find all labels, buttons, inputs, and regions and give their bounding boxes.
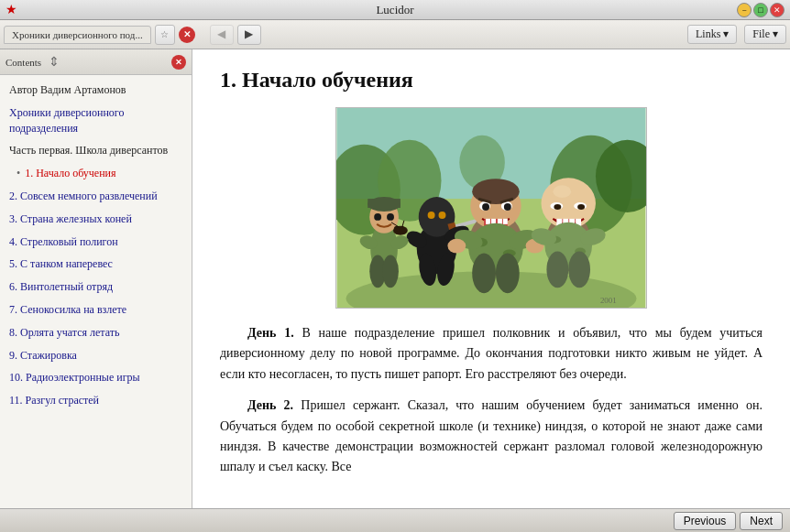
minimize-button[interactable]: − xyxy=(737,3,752,17)
toc-item-author: Автор Вадим Артамонов xyxy=(0,79,192,102)
toc-item-part1: Часть первая. Школа диверсантов xyxy=(0,139,192,162)
svg-point-48 xyxy=(577,204,585,210)
file-label: File xyxy=(752,27,770,41)
file-menu-button[interactable]: File ▾ xyxy=(744,25,786,44)
links-menu-button[interactable]: Links ▾ xyxy=(687,25,737,44)
sidebar: Contents ⇕ ✕ Автор Вадим АртамоновХроник… xyxy=(0,49,192,508)
day1-text: В наше подразделение пришел полковник и … xyxy=(220,326,763,381)
svg-point-64 xyxy=(374,213,381,221)
illustration-svg: 2001 xyxy=(335,107,647,309)
remove-bookmark-button[interactable]: ✕ xyxy=(179,27,195,43)
next-label: Next xyxy=(750,515,773,527)
svg-point-59 xyxy=(568,252,590,288)
svg-point-38 xyxy=(447,239,466,254)
toc-item-ch1[interactable]: • 1. Начало обучения xyxy=(0,162,192,185)
svg-rect-31 xyxy=(498,219,502,224)
svg-point-73 xyxy=(382,255,399,288)
window-title-text: Lucidor xyxy=(376,3,413,16)
back-button[interactable]: ◀ xyxy=(210,25,234,45)
main-layout: Contents ⇕ ✕ Автор Вадим АртамоновХроник… xyxy=(0,49,790,508)
svg-point-65 xyxy=(387,213,394,221)
svg-rect-63 xyxy=(368,199,400,208)
forward-icon: ▶ xyxy=(245,27,253,41)
toc-item-ch5[interactable]: 5. С танком наперевес xyxy=(0,253,192,276)
bookmark-button[interactable]: ☆ xyxy=(155,25,175,45)
svg-point-44 xyxy=(553,185,571,198)
day2-label: День 2. xyxy=(247,398,293,412)
svg-point-25 xyxy=(504,203,511,211)
window-title: Lucidor xyxy=(376,3,413,17)
links-label: Links xyxy=(696,27,720,41)
toc-list[interactable]: Автор Вадим АртамоновХроники диверсионно… xyxy=(0,75,192,508)
day1-label: День 1. xyxy=(247,326,294,340)
previous-label: Previous xyxy=(684,515,727,527)
toc-item-ch11[interactable]: 11. Разгул страстей xyxy=(0,389,192,412)
contents-dropdown-icon: ⇕ xyxy=(49,54,60,70)
links-dropdown-icon: ▾ xyxy=(723,27,729,41)
toc-item-ch7[interactable]: 7. Сенокосилка на взлете xyxy=(0,299,192,321)
bookmark-icon: ☆ xyxy=(160,29,169,39)
chapter-title: 1. Начало обучения xyxy=(220,68,763,92)
svg-point-24 xyxy=(482,203,489,211)
back-icon: ◀ xyxy=(217,27,225,41)
maximize-button[interactable]: □ xyxy=(753,3,768,17)
chapter-text: День 1. В наше подразделение пришел полк… xyxy=(220,323,763,478)
book-tab-label: Хроники диверсионного под... xyxy=(12,29,143,40)
toolbar-left: Хроники диверсионного под... ☆ ✕ ◀ ▶ xyxy=(4,25,684,45)
svg-rect-29 xyxy=(486,219,490,224)
toc-item-ch8[interactable]: 8. Орлята учатся летать xyxy=(0,321,192,344)
svg-point-41 xyxy=(496,254,520,294)
paragraph-day2: День 2. Пришел сержант. Сказал, что наши… xyxy=(220,396,763,478)
remove-icon: ✕ xyxy=(183,29,191,39)
title-bar: ★ Lucidor − □ ✕ xyxy=(0,0,790,20)
toc-item-ch2[interactable]: 2. Совсем немного развлечений xyxy=(0,185,192,208)
contents-label: Contents xyxy=(5,57,41,68)
svg-rect-32 xyxy=(503,219,508,224)
previous-button[interactable]: Previous xyxy=(674,512,737,530)
svg-point-40 xyxy=(472,254,496,294)
sidebar-close-button[interactable]: ✕ xyxy=(171,55,186,70)
svg-point-11 xyxy=(428,212,435,219)
chapter-illustration: 2001 xyxy=(220,107,763,309)
sidebar-content: Автор Вадим АртамоновХроники диверсионно… xyxy=(0,75,192,508)
sidebar-header: Contents ⇕ ✕ xyxy=(0,49,192,75)
window-controls: − □ ✕ xyxy=(737,3,785,17)
next-button[interactable]: Next xyxy=(740,512,783,530)
svg-point-69 xyxy=(394,226,400,232)
svg-point-47 xyxy=(554,204,561,210)
svg-text:2001: 2001 xyxy=(600,296,617,305)
toc-item-book-title[interactable]: Хроники диверсионного подразделения xyxy=(0,102,192,140)
toc-item-ch4[interactable]: 4. Стрелковый полигон xyxy=(0,231,192,254)
title-bar-left: ★ xyxy=(5,2,17,17)
toolbar-right: Links ▾ File ▾ xyxy=(687,25,786,44)
toc-item-ch10[interactable]: 10. Радиоэлектронные игры xyxy=(0,366,192,389)
toc-item-ch9[interactable]: 9. Стажировка xyxy=(0,344,192,367)
svg-point-21 xyxy=(472,179,520,204)
toolbar: Хроники диверсионного под... ☆ ✕ ◀ ▶ Lin… xyxy=(0,20,790,49)
file-dropdown-icon: ▾ xyxy=(773,27,778,41)
app-icon: ★ xyxy=(5,2,17,17)
svg-point-58 xyxy=(546,252,568,288)
bottom-bar: Previous Next xyxy=(0,508,790,532)
day2-text: Пришел сержант. Сказал, что нашим обучен… xyxy=(220,398,763,473)
close-button[interactable]: ✕ xyxy=(770,3,785,17)
book-tab[interactable]: Хроники диверсионного под... xyxy=(4,26,151,44)
toc-item-ch6[interactable]: 6. Винтолетный отряд xyxy=(0,276,192,299)
toc-item-ch3[interactable]: 3. Страна железных коней xyxy=(0,208,192,231)
forward-button[interactable]: ▶ xyxy=(237,25,261,45)
svg-point-12 xyxy=(439,212,446,219)
paragraph-day1: День 1. В наше подразделение пришел полк… xyxy=(220,323,763,385)
content-area[interactable]: 1. Начало обучения xyxy=(192,49,790,508)
